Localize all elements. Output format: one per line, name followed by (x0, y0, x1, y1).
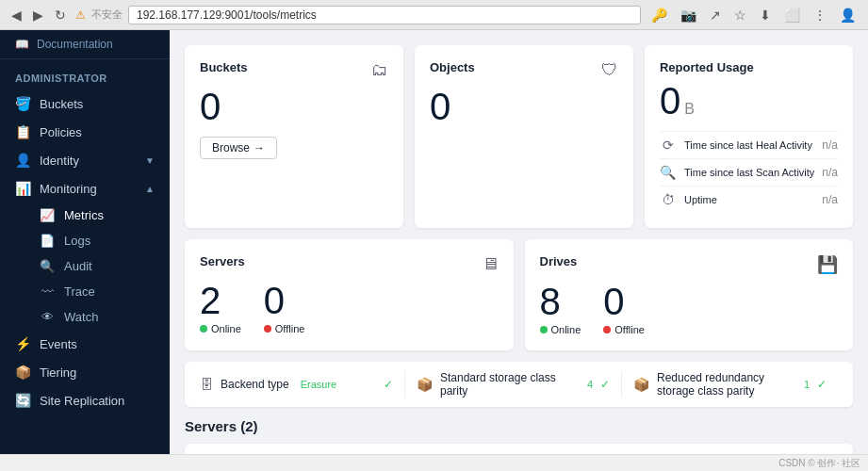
heal-label: Time since last Heal Activity (684, 139, 814, 151)
sidebar-item-monitoring[interactable]: 📊 Monitoring ▲ (0, 174, 170, 203)
servers-offline-label: Offline (264, 323, 305, 334)
drives-stats: 8 Online 0 Offline (540, 283, 839, 335)
security-label: 不安全 (91, 8, 123, 22)
servers-section-title: Servers (2) (185, 418, 853, 434)
sidebar-item-site-replication[interactable]: 🔄 Site Replication (0, 386, 170, 414)
admin-header: Administrator (0, 63, 170, 89)
footer: CSDN © 创作· 社区 (0, 454, 868, 471)
top-cards-row: Buckets 🗂 0 Browse → Objects 🛡 0 Re (185, 45, 853, 228)
buckets-icon: 🪣 (15, 96, 30, 111)
audit-icon: 🔍 (40, 259, 55, 273)
sidebar-item-identity[interactable]: 👤 Identity ▼ (0, 146, 170, 174)
trace-label: Trace (64, 284, 95, 299)
scan-value: n/a (822, 166, 838, 179)
logs-icon: 📄 (40, 234, 55, 248)
share-button[interactable]: ↗ (705, 6, 726, 24)
site-replication-icon: 🔄 (15, 393, 30, 408)
forward-button[interactable]: ▶ (29, 6, 47, 24)
objects-value: 0 (430, 88, 618, 125)
standard-value: 4 (587, 379, 593, 390)
servers-offline-val: 0 (264, 282, 305, 319)
info-item-backend: 🗄 Backend type Erasure ✓ (200, 371, 405, 398)
sidebar-item-label: Monitoring (40, 182, 136, 196)
window-button[interactable]: ⬜ (779, 6, 805, 24)
monitoring-submenu: 📈 Metrics 📄 Logs 🔍 Audit 〰 Trace 👁 Watch (0, 203, 170, 330)
online-dot (200, 325, 207, 333)
servers-card-title: Servers (200, 254, 245, 268)
reported-row-uptime: ⏱ Uptime n/a (660, 186, 838, 213)
reload-button[interactable]: ↻ (51, 6, 70, 24)
sidebar-item-audit[interactable]: 🔍 Audit (40, 253, 170, 279)
monitoring-icon: 📊 (15, 181, 30, 196)
watch-label: Watch (64, 310, 98, 324)
sidebar-item-events[interactable]: ⚡ Events (0, 330, 170, 358)
scan-icon: 🔍 (660, 165, 677, 180)
offline-dot (603, 326, 611, 333)
sidebar-item-metrics[interactable]: 📈 Metrics (40, 203, 170, 228)
sidebar-item-tiering[interactable]: 📦 Tiering (0, 358, 170, 386)
info-item-reduced: 📦 Reduced redundancy storage class parit… (622, 371, 838, 398)
server-row-1: 192.168.177.129:9000 4/4 ● Drives 2/2 ● … (185, 444, 853, 454)
offline-dot (264, 325, 271, 333)
drives-offline-val: 0 (603, 283, 645, 320)
standard-icon: 📦 (417, 377, 433, 392)
bookmark-button[interactable]: ☆ (729, 6, 751, 24)
cast-button[interactable]: 📷 (676, 6, 701, 24)
reported-row-scan: 🔍 Time since last Scan Activity n/a (660, 158, 838, 186)
sidebar-item-trace[interactable]: 〰 Trace (40, 279, 170, 304)
more-button[interactable]: ⋮ (809, 6, 831, 24)
browse-button[interactable]: Browse → (200, 137, 277, 159)
info-item-standard: 📦 Standard storage class parity 4 ✓ (405, 371, 622, 398)
servers-online-group: 2 Online (200, 282, 241, 334)
sidebar-item-buckets[interactable]: 🪣 Buckets (0, 89, 170, 118)
sidebar-item-policies[interactable]: 📋 Policies (0, 118, 170, 146)
drives-card-header: Drives 💾 (540, 254, 839, 275)
second-cards-row: Servers 🖥 2 Online 0 (185, 239, 853, 350)
objects-icon: 🛡 (601, 60, 618, 80)
scan-label: Time since last Scan Activity (684, 167, 814, 178)
uptime-icon: ⏱ (660, 192, 677, 207)
sidebar-item-watch[interactable]: 👁 Watch (40, 304, 170, 330)
uptime-value: n/a (822, 193, 838, 206)
sidebar-item-logs[interactable]: 📄 Logs (40, 228, 170, 253)
servers-card-header: Servers 🖥 (200, 254, 499, 274)
browse-label: Browse (212, 141, 250, 154)
reported-unit: B (684, 101, 695, 117)
bucket-icon: 🗂 (371, 60, 388, 80)
sidebar-item-label: Buckets (40, 97, 155, 111)
key-button[interactable]: 🔑 (647, 6, 672, 24)
servers-stats: 2 Online 0 Offline (200, 282, 499, 334)
backend-value: Erasure (301, 379, 337, 390)
drives-offline-group: 0 Offline (603, 283, 645, 335)
buckets-value: 0 (200, 88, 388, 125)
sidebar-item-label: Policies (40, 125, 155, 139)
main-content: Buckets 🗂 0 Browse → Objects 🛡 0 Re (170, 30, 868, 454)
watch-icon: 👁 (40, 310, 55, 324)
buckets-card-header: Buckets 🗂 (200, 60, 388, 80)
sidebar-item-label: Identity (40, 154, 136, 168)
metrics-label: Metrics (64, 208, 104, 222)
servers-online-val: 2 (200, 282, 241, 319)
drives-card-title: Drives (540, 254, 578, 268)
buckets-card: Buckets 🗂 0 Browse → (185, 45, 403, 228)
doc-item[interactable]: 📖 Documentation (0, 30, 170, 59)
drives-online-label: Online (540, 324, 581, 335)
reported-usage-card: Reported Usage 0B ⟳ Time since last Heal… (645, 45, 853, 228)
sidebar-item-label: Site Replication (40, 394, 155, 408)
objects-card-title: Objects (430, 60, 475, 74)
download-button[interactable]: ⬇ (755, 6, 776, 24)
url-bar[interactable] (128, 6, 641, 24)
online-dot (540, 326, 548, 333)
audit-label: Audit (64, 259, 92, 273)
metrics-icon: 📈 (40, 208, 55, 222)
back-button[interactable]: ◀ (8, 6, 25, 24)
standard-label: Standard storage class parity (440, 371, 576, 398)
reported-title: Reported Usage (660, 60, 838, 74)
reduced-check-icon: ✓ (817, 378, 827, 391)
main-layout: 📖 Documentation Administrator 🪣 Buckets … (0, 30, 868, 454)
servers-online-label: Online (200, 323, 241, 334)
user-button[interactable]: 👤 (835, 6, 860, 24)
nav-buttons: ◀ ▶ ↻ (8, 6, 70, 24)
sidebar-item-label: Events (40, 337, 155, 351)
chevron-up-icon: ▲ (145, 184, 155, 194)
